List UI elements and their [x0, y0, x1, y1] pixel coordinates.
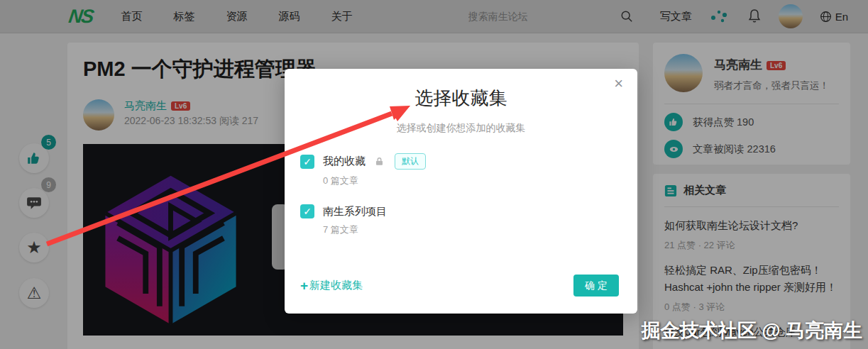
default-badge: 默认 [395, 153, 426, 170]
collection-count: 7 篇文章 [323, 223, 637, 236]
modal-subtitle: 选择或创建你想添加的收藏集 [285, 122, 637, 135]
modal-footer: + 新建收藏集 确 定 [300, 275, 619, 297]
page: NS 首页 标签 资源 源码 关于 写文章 [0, 0, 868, 349]
collection-list: ✓ 我的收藏 默认 0 篇文章 ✓ 南生系列项目 7 篇文章 [300, 153, 637, 236]
watermark-text: 掘金技术社区 @ 马亮南生 [642, 318, 862, 343]
new-collection-label: 新建收藏集 [309, 279, 363, 292]
collection-row-nansheng-series[interactable]: ✓ 南生系列项目 [300, 204, 637, 218]
collection-modal: × 选择收藏集 选择或创建你想添加的收藏集 ✓ 我的收藏 默认 0 篇文章 ✓ … [285, 69, 637, 314]
confirm-button[interactable]: 确 定 [573, 275, 619, 297]
collection-count: 0 篇文章 [323, 174, 637, 187]
checkbox-checked-icon[interactable]: ✓ [300, 204, 314, 218]
collection-name: 我的收藏 [323, 155, 366, 168]
checkbox-checked-icon[interactable]: ✓ [300, 155, 314, 169]
close-icon[interactable]: × [614, 76, 623, 92]
collection-name: 南生系列项目 [323, 205, 387, 218]
collection-row-my-favorites[interactable]: ✓ 我的收藏 默认 [300, 153, 637, 170]
new-collection-link[interactable]: + 新建收藏集 [300, 278, 363, 294]
modal-title: 选择收藏集 [285, 86, 637, 111]
plus-icon: + [300, 278, 308, 294]
lock-icon [374, 156, 385, 167]
